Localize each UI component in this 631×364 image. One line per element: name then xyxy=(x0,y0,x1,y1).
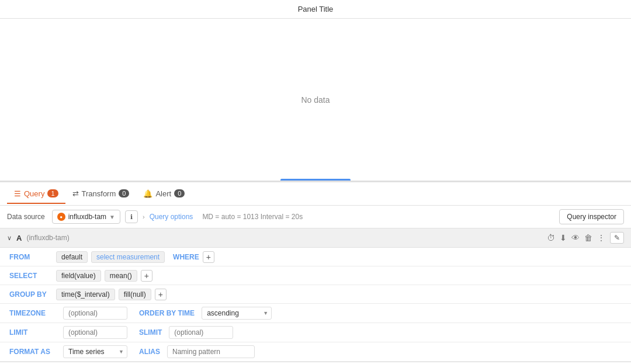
panel-title: Panel Title xyxy=(298,5,334,13)
where-add-button[interactable]: + xyxy=(203,251,214,263)
alert-tab-icon: 🔔 xyxy=(143,189,152,198)
select-mean-pill[interactable]: mean() xyxy=(105,270,137,282)
alias-label: ALIAS xyxy=(139,348,160,356)
no-data-label: No data xyxy=(301,95,330,105)
group-by-add-button[interactable]: + xyxy=(155,289,167,300)
slimit-label: SLIMIT xyxy=(139,328,162,337)
tab-transform[interactable]: ⇄ Transform 0 xyxy=(65,185,137,204)
query-options-link[interactable]: Query options xyxy=(150,213,193,221)
query-editor-header: ∨ A (influxdb-tam) ⏱ ⬇ 👁 🗑 ⋮ ✎ xyxy=(0,228,631,248)
where-label: WHERE xyxy=(173,253,199,261)
select-field-pill[interactable]: field(value) xyxy=(56,270,101,282)
from-default-pill[interactable]: default xyxy=(56,251,88,263)
info-icon: ℹ xyxy=(130,213,133,221)
datasource-name: influxdb-tam xyxy=(68,213,106,221)
collapse-button[interactable]: ∨ xyxy=(7,234,12,242)
datasource-label: Data source xyxy=(7,213,45,221)
chevron-down-icon: ▼ xyxy=(109,214,115,220)
tab-alert[interactable]: 🔔 Alert 0 xyxy=(136,185,192,204)
transform-tab-icon: ⇄ xyxy=(72,189,79,198)
limit-slimit-row: LIMIT SLIMIT xyxy=(0,323,631,342)
query-tab-icon: ☰ xyxy=(14,189,21,198)
panel-title-bar: Panel Title xyxy=(0,0,631,19)
query-options-bar: Data source ● influxdb-tam ▼ ℹ › Query o… xyxy=(0,206,631,228)
from-content: default select measurement WHERE + xyxy=(56,251,622,263)
tab-query[interactable]: ☰ Query 1 xyxy=(7,185,65,204)
tabs-bar: ☰ Query 1 ⇄ Transform 0 🔔 Alert 0 xyxy=(0,182,631,206)
query-inspector-button[interactable]: Query inspector xyxy=(559,209,624,224)
chevron-right-icon: › xyxy=(143,213,145,220)
edit-button[interactable]: ✎ xyxy=(610,232,624,244)
format-as-label: FORMAT AS xyxy=(9,348,56,356)
transform-tab-badge: 0 xyxy=(119,189,129,197)
query-tab-label: Query xyxy=(24,189,44,198)
slimit-input[interactable] xyxy=(169,326,233,339)
from-label: FROM xyxy=(9,253,56,261)
query-header-icons: ⏱ ⬇ 👁 🗑 ⋮ ✎ xyxy=(547,232,624,244)
order-by-time-select-wrapper: ascending descending xyxy=(202,307,272,320)
limit-input[interactable] xyxy=(63,326,127,339)
format-as-select[interactable]: Time series Table xyxy=(63,345,127,358)
select-add-button[interactable]: + xyxy=(141,270,152,282)
order-by-time-select[interactable]: ascending descending xyxy=(202,307,272,320)
query-editor-section: ∨ A (influxdb-tam) ⏱ ⬇ 👁 🗑 ⋮ ✎ FROM defa… xyxy=(0,228,631,362)
from-measurement-pill[interactable]: select measurement xyxy=(91,251,165,263)
select-content: field(value) mean() + xyxy=(56,270,622,282)
download-icon[interactable]: ⬇ xyxy=(560,233,567,242)
timezone-order-row: TIMEZONE ORDER BY TIME ascending descend… xyxy=(0,304,631,323)
more-icon[interactable]: ⋮ xyxy=(597,233,605,242)
datasource-select[interactable]: ● influxdb-tam ▼ xyxy=(52,210,120,224)
datasource-icon: ● xyxy=(57,213,65,221)
info-button[interactable]: ℹ xyxy=(125,210,138,223)
group-by-time-pill[interactable]: time($_interval) xyxy=(56,289,115,300)
group-by-fill-pill[interactable]: fill(null) xyxy=(119,289,151,300)
query-letter: A xyxy=(16,234,22,242)
limit-label: LIMIT xyxy=(9,328,56,337)
group-by-content: time($_interval) fill(null) + xyxy=(56,289,622,300)
format-as-select-wrapper: Time series Table xyxy=(63,345,127,358)
query-tab-badge: 1 xyxy=(47,189,58,197)
query-source-label: (influxdb-tam) xyxy=(26,234,69,242)
format-alias-row: FORMAT AS Time series Table ALIAS xyxy=(0,342,631,362)
timezone-input[interactable] xyxy=(63,307,127,320)
from-row: FROM default select measurement WHERE + xyxy=(0,248,631,266)
clock-icon[interactable]: ⏱ xyxy=(547,233,555,242)
trash-icon[interactable]: 🗑 xyxy=(584,233,592,242)
alert-tab-badge: 0 xyxy=(174,189,185,197)
eye-icon[interactable]: 👁 xyxy=(571,233,580,242)
pencil-icon: ✎ xyxy=(614,234,620,242)
select-label: SELECT xyxy=(9,272,56,280)
timezone-label: TIMEZONE xyxy=(9,309,56,317)
query-meta: MD = auto = 1013 Interval = 20s xyxy=(202,213,303,221)
group-by-label: GROUP BY xyxy=(9,290,56,299)
transform-tab-label: Transform xyxy=(82,189,116,198)
alert-tab-label: Alert xyxy=(155,189,171,198)
panel-canvas: No data xyxy=(0,19,631,182)
panel-progress-bar xyxy=(280,179,351,181)
order-by-time-label: ORDER BY TIME xyxy=(139,309,195,317)
group-by-row: GROUP BY time($_interval) fill(null) + xyxy=(0,285,631,304)
select-row: SELECT field(value) mean() + xyxy=(0,266,631,285)
alias-input[interactable] xyxy=(167,345,255,358)
